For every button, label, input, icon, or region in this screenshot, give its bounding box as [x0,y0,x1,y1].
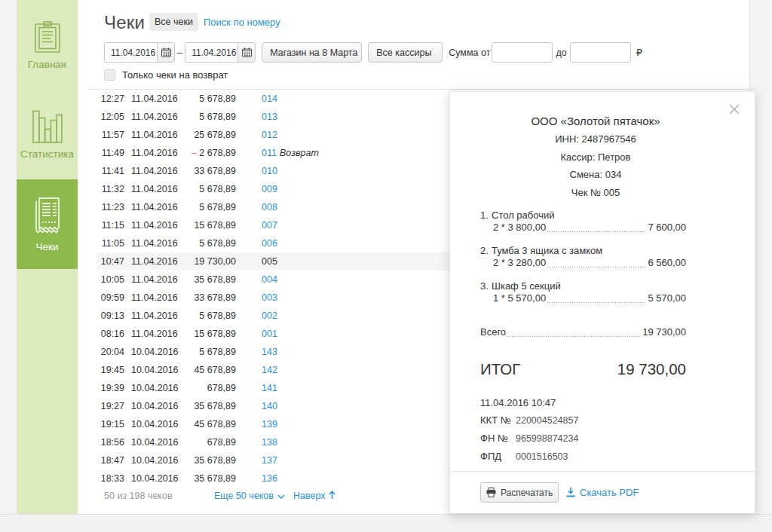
receipt-item: 1.Стол рабочий2 * 3 800,007 600,00 [480,209,711,234]
item-index: 2. [480,245,492,257]
arrow-up-icon [329,491,335,500]
receipt-slip: ООО «Золотой пятачок» ИНН: 2487967546 Ка… [480,112,711,466]
download-pdf-label: Скачать PDF [580,487,639,498]
store-select-value: Магазин на 8 Марта [270,47,357,58]
receipt-amount: 5 678,89 [149,180,236,198]
receipt-amount: 19 730,00 [149,252,236,271]
receipt-datetime: 11.04.2016 10:47 [480,397,711,409]
receipt-number-link[interactable]: 141 [262,379,277,397]
search-by-number-link[interactable]: Поиск по номеру [204,17,280,28]
receipt-number-link[interactable]: 003 [262,289,277,307]
receipt-meta-row: ФН №965998874234 [480,430,711,448]
receipt-number-link[interactable]: 014 [262,90,277,108]
returns-only-label: Только чеки на возврат [122,69,228,81]
receipt-amount: 45 678,89 [149,415,236,433]
receipt-amount: 33 678,89 [149,289,236,307]
date-from-calendar-button[interactable] [157,43,174,62]
receipt-number-link[interactable]: 139 [262,415,277,433]
receipt-amount: 15 678,89 [149,216,236,234]
receipt-amount: 5 678,89 [149,234,236,252]
sum-from-input[interactable] [492,42,553,63]
sidebar-item-receipts[interactable]: Чеки [17,179,78,269]
receipt-item-name-line: 2.Тумба 3 ящика с замком [480,245,711,257]
receipt-amount: 5 678,89 [149,343,236,361]
receipt-number-link[interactable]: 140 [262,397,277,415]
meta-label: ФН № [480,430,516,448]
receipt-number-link[interactable]: 008 [262,198,277,216]
date-range-separator: – [177,47,182,58]
date-to-input[interactable] [185,43,237,62]
organization-name: ООО «Золотой пятачок» [480,112,711,130]
load-more-label: Еще 50 чеков [214,491,274,501]
calendar-icon [242,47,252,57]
receipt-icon [33,197,62,236]
download-pdf-link[interactable]: Скачать PDF [566,487,639,498]
sidebar-item-statistics[interactable]: Статистика [17,90,78,179]
receipt-amount: 678,89 [149,433,236,451]
receipt-time: 12:05 [84,108,124,126]
receipt-number-link[interactable]: 004 [262,271,277,289]
receipt-amount: 15 678,89 [149,325,236,343]
print-button-label: Распечатать [501,488,553,498]
receipt-number-link[interactable]: 007 [262,216,277,234]
check-number-line: Чек № 005 [480,184,711,202]
receipt-number-link[interactable]: 143 [262,343,277,361]
sum-to-label: до [556,47,566,58]
receipt-total: ИТОГ 19 730,00 [480,360,686,378]
date-from-input[interactable] [105,43,157,62]
back-to-top-link[interactable]: Наверх [293,487,335,505]
dotted-leader [547,231,646,232]
receipt-time: 10:05 [84,271,124,289]
returns-only-checkbox-row[interactable]: Только чеки на возврат [104,69,228,81]
receipt-number-link[interactable]: 013 [262,108,277,126]
receipt-amount: 25 678,89 [149,126,236,144]
receipt-amount: 45 678,89 [149,361,236,379]
receipt-time: 09:13 [84,307,124,325]
sum-to-input[interactable] [570,42,631,63]
receipt-time: 19:39 [84,379,124,397]
receipt-number-link[interactable]: 138 [262,433,277,451]
receipt-number-link[interactable]: 136 [262,469,277,488]
bottom-strip [0,514,772,532]
receipt-item-calc-line: 2 * 3 800,007 600,00 [480,222,686,234]
receipt-time: 19:15 [84,415,124,433]
panel-footer: Распечатать Скачать PDF [450,472,755,513]
cashier-select[interactable]: Все кассиры [368,42,443,63]
close-icon[interactable] [728,103,740,115]
receipt-amount: 5 678,89 [149,90,236,108]
receipt-number-link[interactable]: 011 [262,144,277,162]
download-icon [566,488,575,497]
receipt-number-link[interactable]: 001 [262,325,277,343]
store-select[interactable]: Магазин на 8 Марта [262,42,362,63]
receipt-amount: 5 678,89 [149,108,236,126]
shift-line: Смена: 034 [480,166,711,184]
receipt-number-link[interactable]: 009 [262,180,277,198]
returns-only-checkbox[interactable] [104,69,115,81]
currency-symbol: ₽ [636,47,642,58]
receipt-items: 1.Стол рабочий2 * 3 800,007 600,002.Тумб… [480,209,711,304]
receipt-number-link[interactable]: 010 [262,162,277,180]
receipt-time: 11:15 [84,216,124,234]
receipt-time: 11:57 [84,126,124,144]
sidebar-item-home[interactable]: Главная [17,0,78,90]
item-calc: 2 * 3 280,00 [493,257,546,269]
date-to-calendar-button[interactable] [237,43,255,62]
meta-value: 220004524857 [516,411,578,430]
receipt-time: 12:27 [84,90,124,108]
print-button[interactable]: Распечатать [480,482,559,503]
calendar-icon [161,47,171,57]
receipt-number-link[interactable]: 012 [262,126,277,144]
receipt-time: 11:41 [84,162,124,180]
load-more-link[interactable]: Еще 50 чеков [214,487,285,505]
receipt-number-link[interactable]: 006 [262,234,277,252]
receipt-number-link[interactable]: 137 [262,451,277,469]
receipt-number-link[interactable]: 142 [262,361,277,379]
receipt-item: 2.Тумба 3 ящика с замком2 * 3 280,006 56… [480,245,711,269]
clipboard-icon [34,20,61,54]
receipt-amount: 35 678,89 [149,469,236,488]
meta-value: 0001516503 [516,448,568,466]
all-receipts-tab[interactable]: Все чеки [149,13,198,31]
receipt-number-link[interactable]: 002 [262,307,277,325]
receipt-meta-row: ФПД0001516503 [480,448,711,466]
meta-label: ККТ № [480,411,516,430]
